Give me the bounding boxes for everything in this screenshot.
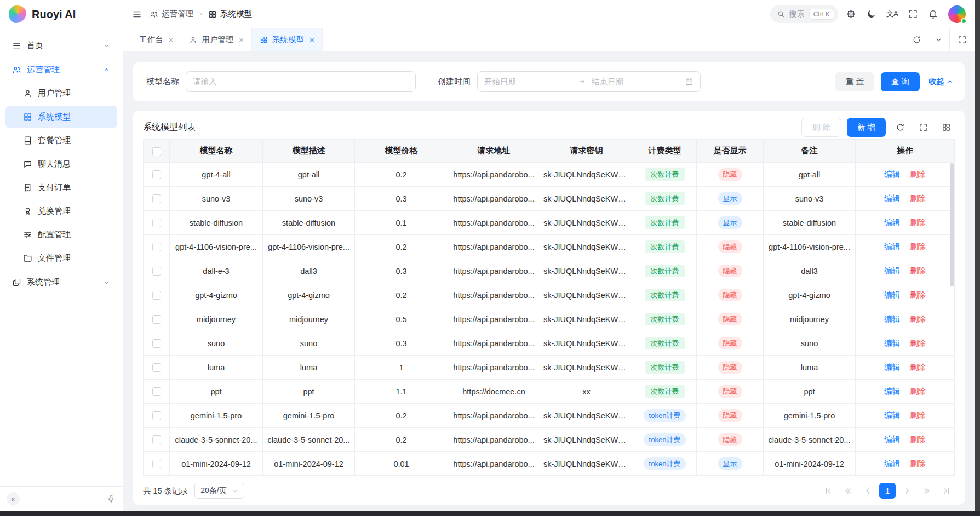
delete-link[interactable]: 删除 [910, 387, 926, 395]
sidebar-item-system-models[interactable]: 系统模型 [5, 106, 117, 128]
edit-link[interactable]: 编辑 [884, 194, 900, 203]
collapse-filter-link[interactable]: 收起 [929, 77, 954, 87]
collapse-label: 收起 [929, 77, 944, 87]
column-settings-button[interactable] [937, 118, 955, 136]
jump-forward-button[interactable] [919, 483, 935, 499]
sidebar-item-label: 用户管理 [38, 88, 111, 99]
add-button[interactable]: 新 增 [847, 118, 886, 137]
sidebar-item-operations[interactable]: 运营管理 [5, 58, 117, 81]
row-checkbox[interactable] [152, 243, 161, 251]
tab-system-models[interactable]: 系统模型 × [252, 28, 323, 51]
fullscreen-icon[interactable] [908, 9, 918, 19]
cell-model-name: gpt-4-1106-vision-pre... [170, 235, 263, 259]
next-page-button[interactable] [899, 483, 915, 499]
dark-mode-moon-icon[interactable] [866, 9, 876, 19]
refresh-table-button[interactable] [891, 118, 909, 136]
tab-workbench[interactable]: 工作台 × [131, 28, 181, 51]
sidebar-collapse-button[interactable]: « [7, 492, 20, 506]
edit-link[interactable]: 编辑 [884, 170, 900, 179]
tab-user-management[interactable]: 用户管理 × [181, 28, 252, 51]
sidebar-item-system-management[interactable]: 系统管理 [5, 271, 117, 294]
delete-link[interactable]: 删除 [910, 363, 926, 371]
edit-link[interactable]: 编辑 [884, 339, 900, 347]
content-fullscreen-button[interactable] [949, 28, 975, 51]
delete-link[interactable]: 删除 [910, 266, 926, 275]
sidebar-item-chat-messages[interactable]: 聊天消息 [5, 153, 117, 175]
close-tab-icon[interactable]: × [310, 36, 314, 44]
edit-link[interactable]: 编辑 [884, 435, 900, 444]
edit-link[interactable]: 编辑 [884, 314, 900, 323]
sidebar-item-home[interactable]: 首页 [5, 34, 117, 57]
column-header: 备注 [764, 140, 856, 163]
row-checkbox[interactable] [152, 219, 161, 227]
sidebar-toggle-icon[interactable] [132, 9, 142, 19]
user-avatar[interactable] [948, 5, 966, 23]
cell-remark: stable-diffusion [764, 211, 856, 235]
browser-scrollbar[interactable] [975, 0, 980, 511]
delete-link[interactable]: 删除 [910, 170, 926, 179]
delete-link[interactable]: 删除 [910, 290, 926, 299]
page-size-select[interactable]: 20条/页 [194, 483, 244, 499]
row-checkbox[interactable] [152, 194, 161, 203]
edit-link[interactable]: 编辑 [884, 363, 900, 371]
sidebar-item-package-management[interactable]: 套餐管理 [5, 129, 117, 152]
delete-link[interactable]: 删除 [910, 459, 926, 468]
row-checkbox[interactable] [152, 387, 161, 396]
query-button[interactable]: 查 询 [881, 72, 920, 91]
sidebar-item-file-management[interactable]: 文件管理 [5, 247, 117, 270]
delete-link[interactable]: 删除 [910, 218, 926, 227]
row-checkbox[interactable] [152, 363, 161, 372]
settings-gear-icon[interactable] [846, 9, 856, 19]
close-tab-icon[interactable]: × [169, 36, 174, 44]
table-fullscreen-button[interactable] [914, 118, 932, 136]
refresh-page-button[interactable] [906, 28, 927, 51]
edit-link[interactable]: 编辑 [884, 411, 900, 420]
edit-link[interactable]: 编辑 [884, 266, 900, 275]
table-scrollbar[interactable] [950, 163, 954, 286]
row-checkbox[interactable] [152, 460, 161, 468]
prev-page-button[interactable] [859, 483, 876, 499]
last-page-button[interactable] [938, 483, 955, 499]
close-tab-icon[interactable]: × [239, 36, 244, 44]
model-name-input[interactable] [186, 71, 416, 92]
reset-button[interactable]: 重 置 [835, 72, 874, 91]
row-checkbox[interactable] [152, 315, 161, 324]
sidebar-item-user-management[interactable]: 用户管理 [5, 82, 117, 105]
row-checkbox[interactable] [152, 339, 161, 348]
edit-link[interactable]: 编辑 [884, 218, 900, 227]
delete-link[interactable]: 删除 [910, 242, 926, 251]
edit-link[interactable]: 编辑 [884, 459, 900, 468]
jump-back-button[interactable] [840, 483, 856, 499]
breadcrumb-item-operations[interactable]: 运营管理 [150, 9, 193, 19]
pin-icon[interactable] [106, 494, 116, 504]
edit-link[interactable]: 编辑 [884, 290, 900, 299]
edit-link[interactable]: 编辑 [884, 242, 900, 251]
delete-link[interactable]: 删除 [910, 339, 926, 347]
delete-button[interactable]: 删 除 [801, 118, 841, 137]
delete-link[interactable]: 删除 [910, 194, 926, 203]
select-all-checkbox[interactable] [152, 147, 161, 156]
delete-link[interactable]: 删除 [910, 411, 926, 420]
notifications-bell-icon[interactable] [928, 9, 938, 19]
breadcrumb-item-system-models[interactable]: 系统模型 [208, 9, 252, 19]
last-page-icon [942, 486, 951, 495]
global-search[interactable]: 搜索 Ctrl K [770, 5, 838, 23]
cell-remark: midjourney [764, 307, 856, 331]
sidebar-item-payment-orders[interactable]: 支付订单 [5, 176, 117, 199]
edit-link[interactable]: 编辑 [884, 387, 900, 395]
sidebar-item-redeem-management[interactable]: 兑换管理 [5, 200, 117, 222]
translate-icon[interactable]: 文A [886, 9, 898, 19]
page-1-button[interactable]: 1 [879, 483, 896, 499]
row-checkbox[interactable] [152, 435, 161, 444]
first-page-button[interactable] [820, 483, 836, 499]
sidebar-item-config-management[interactable]: 配置管理 [5, 223, 117, 246]
delete-link[interactable]: 删除 [910, 435, 926, 444]
row-checkbox[interactable] [152, 267, 161, 276]
row-checkbox[interactable] [152, 170, 161, 179]
delete-link[interactable]: 删除 [910, 314, 926, 323]
row-checkbox[interactable] [152, 291, 161, 300]
column-header: 操作 [856, 140, 955, 163]
row-checkbox[interactable] [152, 411, 161, 420]
date-range-picker[interactable]: 开始日期 结束日期 [477, 71, 701, 92]
tab-list-dropdown-button[interactable] [927, 28, 949, 51]
